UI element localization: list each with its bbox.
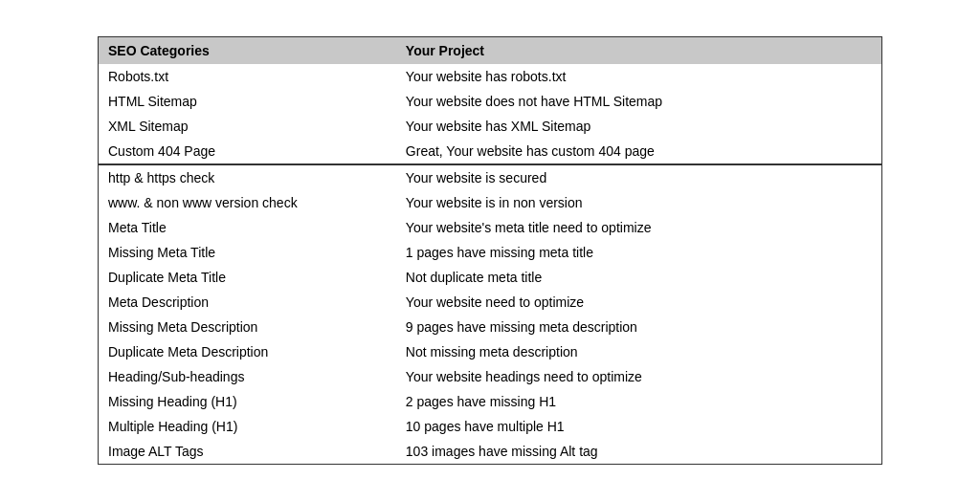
table-row: Missing Meta Title1 pages have missing m… xyxy=(99,240,881,265)
table-row: Missing Meta Description9 pages have mis… xyxy=(99,315,881,339)
category-cell: Heading/Sub-headings xyxy=(99,364,396,389)
seo-table: SEO Categories Your Project Robots.txtYo… xyxy=(99,37,881,464)
table-row: http & https checkYour website is secure… xyxy=(99,164,881,190)
category-cell: www. & non www version check xyxy=(99,190,396,215)
table-row: Duplicate Meta TitleNot duplicate meta t… xyxy=(99,265,881,290)
project-cell: 9 pages have missing meta description xyxy=(396,315,881,339)
table-body: Robots.txtYour website has robots.txtHTM… xyxy=(99,64,881,464)
category-cell: Duplicate Meta Title xyxy=(99,265,396,290)
project-cell: 1 pages have missing meta title xyxy=(396,240,881,265)
project-cell: Not missing meta description xyxy=(396,339,881,364)
table-row: HTML SitemapYour website does not have H… xyxy=(99,89,881,114)
seo-table-container: SEO Categories Your Project Robots.txtYo… xyxy=(98,36,882,465)
table-row: Missing Heading (H1)2 pages have missing… xyxy=(99,389,881,414)
category-cell: http & https check xyxy=(99,164,396,190)
project-cell: Your website is in non version xyxy=(396,190,881,215)
table-row: Meta DescriptionYour website need to opt… xyxy=(99,290,881,315)
project-cell: Your website has robots.txt xyxy=(396,64,881,89)
project-cell: 2 pages have missing H1 xyxy=(396,389,881,414)
category-cell: Robots.txt xyxy=(99,64,396,89)
table-row: Image ALT Tags103 images have missing Al… xyxy=(99,439,881,464)
category-cell: Missing Meta Description xyxy=(99,315,396,339)
category-cell: Multiple Heading (H1) xyxy=(99,414,396,439)
project-cell: Your website headings need to optimize xyxy=(396,364,881,389)
category-cell: Meta Description xyxy=(99,290,396,315)
category-cell: XML Sitemap xyxy=(99,114,396,139)
table-row: Heading/Sub-headingsYour website heading… xyxy=(99,364,881,389)
header-your-project: Your Project xyxy=(396,37,881,64)
category-cell: Missing Heading (H1) xyxy=(99,389,396,414)
table-row: Robots.txtYour website has robots.txt xyxy=(99,64,881,89)
category-cell: Meta Title xyxy=(99,215,396,240)
project-cell: Not duplicate meta title xyxy=(396,265,881,290)
project-cell: Your website has XML Sitemap xyxy=(396,114,881,139)
category-cell: Missing Meta Title xyxy=(99,240,396,265)
project-cell: Great, Your website has custom 404 page xyxy=(396,139,881,164)
project-cell: Your website's meta title need to optimi… xyxy=(396,215,881,240)
table-row: XML SitemapYour website has XML Sitemap xyxy=(99,114,881,139)
category-cell: HTML Sitemap xyxy=(99,89,396,114)
category-cell: Image ALT Tags xyxy=(99,439,396,464)
project-cell: 103 images have missing Alt tag xyxy=(396,439,881,464)
project-cell: Your website is secured xyxy=(396,164,881,190)
category-cell: Duplicate Meta Description xyxy=(99,339,396,364)
project-cell: Your website does not have HTML Sitemap xyxy=(396,89,881,114)
table-row: Duplicate Meta DescriptionNot missing me… xyxy=(99,339,881,364)
table-row: Custom 404 PageGreat, Your website has c… xyxy=(99,139,881,164)
table-header-row: SEO Categories Your Project xyxy=(99,37,881,64)
header-seo-categories: SEO Categories xyxy=(99,37,396,64)
table-row: Multiple Heading (H1)10 pages have multi… xyxy=(99,414,881,439)
table-row: Meta TitleYour website's meta title need… xyxy=(99,215,881,240)
project-cell: 10 pages have multiple H1 xyxy=(396,414,881,439)
table-row: www. & non www version checkYour website… xyxy=(99,190,881,215)
project-cell: Your website need to optimize xyxy=(396,290,881,315)
category-cell: Custom 404 Page xyxy=(99,139,396,164)
